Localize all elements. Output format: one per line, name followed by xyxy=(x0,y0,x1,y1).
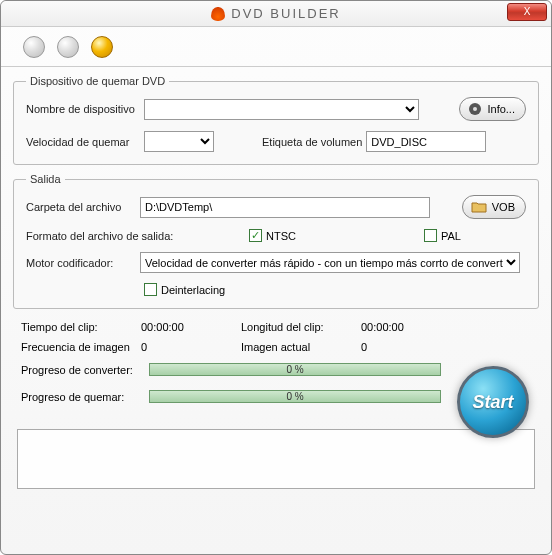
encoder-label: Motor codificador: xyxy=(26,257,136,269)
clip-length-value: 00:00:00 xyxy=(361,321,461,333)
framerate-value: 0 xyxy=(141,341,241,353)
progress-area: Progreso de converter: 0 % Progreso de q… xyxy=(21,363,531,403)
folder-icon xyxy=(471,201,487,213)
burn-progress-label: Progreso de quemar: xyxy=(21,391,141,403)
deinterlacing-checkbox[interactable]: Deinterlacing xyxy=(144,283,225,296)
window-title: DVD BUILDER xyxy=(231,6,340,21)
orb-2[interactable] xyxy=(57,36,79,58)
vob-label: VOB xyxy=(492,201,515,213)
log-textarea[interactable] xyxy=(17,429,535,489)
output-group: Salida Carpeta del archivo VOB Formato d… xyxy=(13,173,539,309)
format-label: Formato del archivo de salida: xyxy=(26,230,181,242)
start-button[interactable]: Start xyxy=(457,366,529,438)
device-legend: Dispositivo de quemar DVD xyxy=(26,75,169,87)
window-title-wrap: DVD BUILDER xyxy=(211,6,340,21)
device-name-select[interactable] xyxy=(144,99,419,120)
disc-icon xyxy=(468,102,482,116)
orb-toolbar xyxy=(1,27,551,67)
convert-progress-text: 0 % xyxy=(286,364,303,375)
checkbox-empty-icon xyxy=(144,283,157,296)
orb-1[interactable] xyxy=(23,36,45,58)
clip-length-label: Longitud del clip: xyxy=(241,321,361,333)
framerate-label: Frecuencia de imagen xyxy=(21,341,141,353)
deinterlacing-label: Deinterlacing xyxy=(161,284,225,296)
folder-input[interactable] xyxy=(140,197,430,218)
output-legend: Salida xyxy=(26,173,65,185)
browse-button[interactable]: VOB xyxy=(462,195,526,219)
ntsc-checkbox[interactable]: ✓ NTSC xyxy=(249,229,296,242)
encoder-select[interactable]: Velocidad de converter más rápido - con … xyxy=(140,252,520,273)
pal-label: PAL xyxy=(441,230,461,242)
device-name-label: Nombre de dispositivo xyxy=(26,103,140,115)
svg-point-1 xyxy=(473,107,477,111)
burn-speed-select[interactable] xyxy=(144,131,214,152)
title-bar: DVD BUILDER X xyxy=(1,1,551,27)
burn-progress-bar: 0 % xyxy=(149,390,441,403)
convert-progress-label: Progreso de converter: xyxy=(21,364,141,376)
burn-speed-label: Velocidad de quemar xyxy=(26,136,140,148)
burn-icon xyxy=(211,7,225,21)
clip-time-value: 00:00:00 xyxy=(141,321,241,333)
volume-label: Etiqueta de volumen xyxy=(262,136,362,148)
start-button-label: Start xyxy=(472,392,513,413)
current-frame-label: Imagen actual xyxy=(241,341,361,353)
orb-3[interactable] xyxy=(91,36,113,58)
volume-input[interactable] xyxy=(366,131,486,152)
current-frame-value: 0 xyxy=(361,341,461,353)
checkbox-empty-icon xyxy=(424,229,437,242)
close-button[interactable]: X xyxy=(507,3,547,21)
window-controls: X xyxy=(507,3,547,21)
info-button-label: Info... xyxy=(487,103,515,115)
ntsc-label: NTSC xyxy=(266,230,296,242)
convert-progress-bar: 0 % xyxy=(149,363,441,376)
device-group: Dispositivo de quemar DVD Nombre de disp… xyxy=(13,75,539,165)
app-window: DVD BUILDER X Dispositivo de quemar DVD … xyxy=(0,0,552,555)
clip-time-label: Tiempo del clip: xyxy=(21,321,141,333)
pal-checkbox[interactable]: PAL xyxy=(424,229,461,242)
check-icon: ✓ xyxy=(249,229,262,242)
folder-label: Carpeta del archivo xyxy=(26,201,136,213)
info-button[interactable]: Info... xyxy=(459,97,526,121)
burn-progress-text: 0 % xyxy=(286,391,303,402)
